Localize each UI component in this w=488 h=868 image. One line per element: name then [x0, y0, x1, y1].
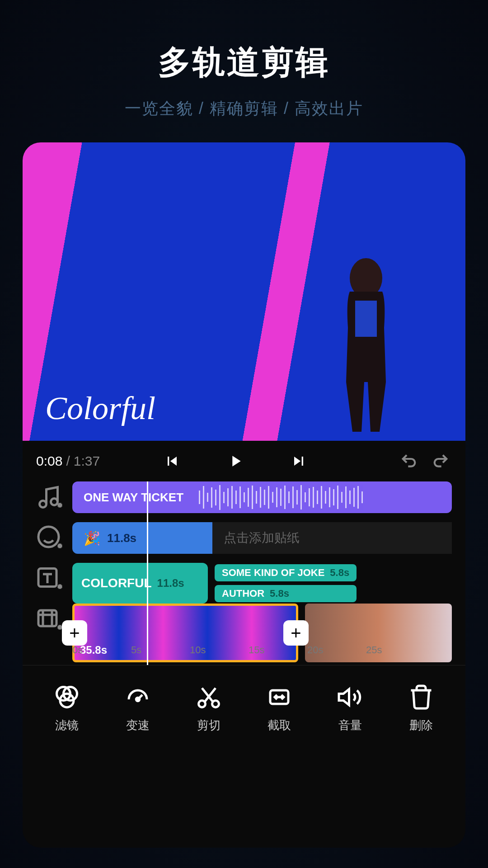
- overlay-text: Colorful: [45, 390, 155, 427]
- text-clip-main[interactable]: COLORFUL 11.8s: [72, 563, 208, 604]
- audio-label: ONE WAY TICKET: [84, 491, 183, 505]
- timeline[interactable]: ONE WAY TICKET 🎉 11.8s: [23, 481, 465, 665]
- trash-icon: [408, 684, 435, 711]
- svg-rect-3: [38, 610, 56, 626]
- scissors-icon: [195, 684, 222, 711]
- redo-button[interactable]: [429, 452, 452, 470]
- speed-icon: [124, 684, 151, 711]
- add-sticker-icon[interactable]: [36, 524, 63, 552]
- add-text-icon[interactable]: [36, 565, 63, 592]
- trim-tool[interactable]: 截取: [248, 684, 311, 733]
- promo-header: 多轨道剪辑 一览全貌 / 精确剪辑 / 高效出片: [23, 41, 465, 120]
- play-button[interactable]: [226, 452, 244, 470]
- filter-tool[interactable]: 滤镜: [35, 684, 99, 733]
- cut-tool[interactable]: 剪切: [177, 684, 240, 733]
- video-preview[interactable]: Colorful: [23, 142, 465, 441]
- waveform-icon: [199, 481, 452, 513]
- add-sticker-placeholder[interactable]: 点击添加贴纸: [212, 522, 452, 554]
- next-button[interactable]: [290, 452, 308, 470]
- time-separator: /: [66, 453, 70, 469]
- total-time: 1:37: [74, 453, 100, 469]
- svg-point-8: [198, 701, 205, 708]
- volume-tool[interactable]: 音量: [319, 684, 382, 733]
- svg-point-7: [136, 698, 140, 701]
- text-clip-duration: 11.8s: [157, 577, 184, 590]
- prev-button[interactable]: [163, 452, 181, 470]
- speed-tool[interactable]: 变速: [106, 684, 169, 733]
- svg-point-9: [212, 701, 219, 708]
- bottom-toolbar: 滤镜 变速 剪切 截取: [23, 665, 465, 747]
- trim-icon: [266, 684, 293, 711]
- text-clip-secondary[interactable]: SOME KIND OF JOKE 5.8s: [215, 564, 357, 581]
- promo-subtitle: 一览全貌 / 精确剪辑 / 高效出片: [23, 98, 465, 120]
- text-clip-label: COLORFUL: [81, 576, 152, 590]
- video-editor: Colorful 0:08 / 1:37: [23, 142, 465, 848]
- sticker-clip[interactable]: 🎉 11.8s: [72, 522, 212, 554]
- add-clip-after-button[interactable]: +: [283, 620, 309, 646]
- add-video-icon[interactable]: [36, 606, 63, 633]
- add-clip-before-button[interactable]: +: [62, 620, 87, 646]
- sticker-emoji: 🎉: [84, 530, 100, 546]
- add-audio-icon[interactable]: [36, 484, 63, 511]
- time-ruler: 0s 5s 10s 15s 20s 25s: [36, 644, 452, 656]
- svg-point-1: [38, 527, 59, 547]
- promo-title: 多轨道剪辑: [23, 41, 465, 84]
- current-time: 0:08: [36, 453, 62, 469]
- sticker-duration: 11.8s: [107, 531, 136, 545]
- undo-button[interactable]: [398, 452, 420, 470]
- text-clip-secondary[interactable]: AUTHOR 5.8s: [215, 585, 357, 602]
- filter-icon: [53, 684, 80, 711]
- playback-bar: 0:08 / 1:37: [23, 441, 465, 481]
- time-display: 0:08 / 1:37: [36, 453, 100, 469]
- person-silhouette-icon: [321, 251, 411, 441]
- delete-tool[interactable]: 删除: [389, 684, 453, 733]
- volume-icon: [337, 684, 364, 711]
- audio-track[interactable]: ONE WAY TICKET: [72, 481, 452, 513]
- playhead[interactable]: [147, 481, 148, 665]
